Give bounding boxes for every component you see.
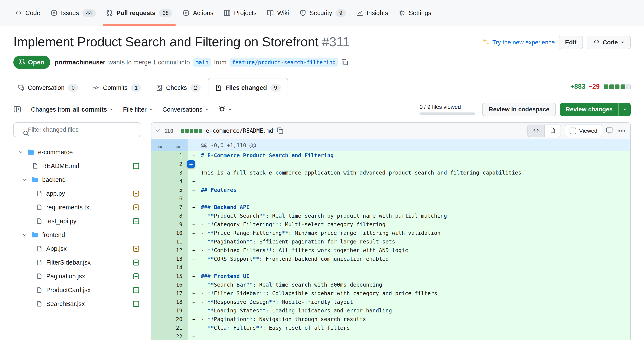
- collapse-file-tree-button[interactable]: [13, 105, 21, 114]
- nav-item-code[interactable]: Code: [11, 0, 44, 26]
- tree-file-app-py[interactable]: app.py: [13, 187, 141, 200]
- tree-item-label: frontend: [42, 231, 65, 239]
- head-branch-label[interactable]: feature/product-search-filtering: [230, 58, 338, 67]
- tree-file-test-api-py[interactable]: test_api.py: [13, 214, 141, 228]
- viewed-toggle[interactable]: Viewed: [565, 124, 602, 137]
- diff-add-sign: +: [192, 203, 201, 212]
- changes-from-dropdown[interactable]: Changes from all commits: [31, 106, 113, 113]
- nav-item-issues[interactable]: Issues44: [47, 0, 100, 26]
- tree-file-filtersidebar-jsx[interactable]: FilterSidebar.jsx: [13, 256, 141, 269]
- add-comment-button[interactable]: +: [187, 160, 195, 168]
- review-changes-button[interactable]: Review changes: [560, 103, 631, 116]
- diff-line-number[interactable]: 18: [152, 298, 188, 306]
- filter-changed-files-input[interactable]: [13, 122, 141, 137]
- file-options-button[interactable]: [617, 130, 627, 132]
- file-icon: [36, 273, 42, 279]
- diff-add-sign: +: [192, 220, 201, 229]
- tree-folder-e-commerce[interactable]: e-commerce: [13, 145, 141, 159]
- viewed-checkbox[interactable]: [570, 127, 576, 134]
- diff-line-number[interactable]: 2: [152, 160, 188, 168]
- review-in-codespace-button[interactable]: Review in codespace: [482, 103, 556, 116]
- tab-files-changed[interactable]: Files changed9: [208, 78, 288, 97]
- chevron-down-icon[interactable]: [618, 103, 631, 116]
- file-icon: [550, 127, 556, 134]
- diff-line-number[interactable]: 12: [152, 246, 188, 255]
- tab-commits[interactable]: Commits1: [86, 78, 149, 97]
- tree-file-searchbar-jsx[interactable]: SearchBar.jsx: [13, 297, 141, 311]
- copy-branch-button[interactable]: [341, 59, 348, 66]
- diff-line-number[interactable]: 16: [152, 280, 188, 289]
- nav-item-settings[interactable]: Settings: [394, 0, 435, 26]
- nav-item-actions[interactable]: Actions: [179, 0, 217, 26]
- diff-add-sign: +: [192, 177, 201, 186]
- tree-file-productcard-jsx[interactable]: ProductCard.jsx: [13, 283, 141, 297]
- chevron-down-icon: [155, 127, 161, 134]
- diff-settings-dropdown[interactable]: [218, 105, 232, 114]
- file-comment-button[interactable]: [606, 127, 613, 135]
- try-new-experience-link[interactable]: Try the new experience: [482, 38, 555, 47]
- base-branch-label[interactable]: main: [193, 58, 211, 67]
- diff-line-number[interactable]: 1: [152, 151, 188, 160]
- diff-line-number[interactable]: 8: [152, 212, 188, 220]
- diff-line-number[interactable]: 15: [152, 272, 188, 280]
- copy-file-path-button[interactable]: [276, 127, 284, 135]
- pr-author[interactable]: portmachineuser: [55, 59, 106, 66]
- diff-add-sign: +: [192, 186, 201, 194]
- tree-file-readme-md[interactable]: README.md: [13, 159, 141, 173]
- nav-item-label: Actions: [193, 10, 214, 17]
- tree-file-requirements-txt[interactable]: requirements.txt: [13, 200, 141, 214]
- diff-line-number[interactable]: 10: [152, 229, 188, 237]
- diffstat-block: [604, 84, 608, 89]
- pr-number: #311: [322, 35, 350, 49]
- diff-line-number[interactable]: 14: [152, 263, 188, 272]
- diff-line-number[interactable]: 7: [152, 203, 188, 212]
- diff-line-content: +This is a full-stack e-commerce applica…: [188, 168, 630, 177]
- file-filter-dropdown[interactable]: File filter: [123, 106, 153, 113]
- tree-folder-backend[interactable]: backend: [13, 173, 141, 187]
- tree-file-app-jsx[interactable]: App.jsx: [13, 242, 141, 256]
- nav-item-wiki[interactable]: Wiki: [263, 0, 293, 26]
- code-dropdown-button[interactable]: Code: [587, 36, 631, 49]
- tab-conversation[interactable]: Conversation0: [10, 78, 86, 97]
- tree-item-label: test_api.py: [46, 218, 76, 225]
- diff-line-number[interactable]: 21: [152, 324, 188, 332]
- tree-file-pagination-jsx[interactable]: Pagination.jsx: [13, 269, 141, 283]
- diff-line-number[interactable]: 9: [152, 220, 188, 229]
- diff-line-number[interactable]: 6: [152, 194, 188, 203]
- diff-line-row: 17+- **Filter Sidebar**: Collapsible sid…: [152, 289, 630, 298]
- expand-hunk-button[interactable]: ……: [152, 139, 188, 151]
- diff-line-number[interactable]: 22: [152, 332, 188, 340]
- diff-line-row: 16+- **Search Bar**: Real-time search wi…: [152, 280, 630, 289]
- diff-line-number[interactable]: 17: [152, 289, 188, 298]
- diff-line-row: 5+## Features: [152, 186, 630, 194]
- diff-line-content: +- **Loading States**: Loading indicator…: [188, 306, 630, 315]
- conversations-dropdown[interactable]: Conversations: [162, 106, 208, 113]
- rich-view-button[interactable]: [544, 125, 560, 137]
- diff-line-number[interactable]: 20: [152, 315, 188, 324]
- diff-line-number[interactable]: 3: [152, 168, 188, 177]
- diff-line-number[interactable]: 4: [152, 177, 188, 186]
- source-view-button[interactable]: [528, 125, 544, 137]
- nav-item-insights[interactable]: Insights: [352, 0, 392, 26]
- diff-line-number[interactable]: 13: [152, 255, 188, 263]
- nav-item-pull-requests[interactable]: Pull requests38: [102, 0, 176, 26]
- diff-line-row: 22+: [152, 332, 630, 340]
- nav-item-security[interactable]: Security9: [296, 0, 350, 26]
- collapse-diff-button[interactable]: [155, 127, 161, 134]
- pr-tabs: Conversation0Commits1Checks2Files change…: [0, 78, 644, 97]
- diff-add-sign: +: [192, 306, 201, 315]
- diff-line-number[interactable]: 19: [152, 306, 188, 315]
- diff-modified-icon: [133, 190, 140, 197]
- diff-line-number[interactable]: 11: [152, 237, 188, 246]
- edit-button[interactable]: Edit: [558, 36, 583, 49]
- diff-add-sign: +: [192, 151, 201, 160]
- nav-item-counter: 44: [82, 9, 96, 17]
- tree-guide-line: [21, 159, 21, 312]
- tab-checks[interactable]: Checks2: [149, 78, 208, 97]
- nav-item-projects[interactable]: Projects: [220, 0, 260, 26]
- diff-line-number[interactable]: 5: [152, 186, 188, 194]
- diff-add-sign: +: [192, 255, 201, 263]
- tree-folder-frontend[interactable]: frontend: [13, 228, 141, 242]
- issue-opened-icon: [50, 10, 58, 16]
- diff-line-content: +## Features: [188, 186, 630, 194]
